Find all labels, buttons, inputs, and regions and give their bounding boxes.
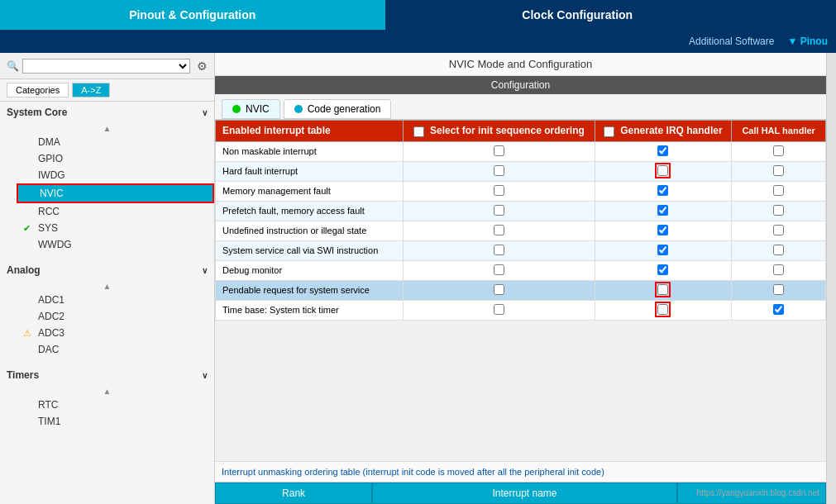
generate-irq-cell[interactable] bbox=[595, 240, 732, 260]
generate-irq-cell[interactable] bbox=[595, 300, 732, 320]
header-extra bbox=[770, 0, 836, 30]
sidebar-group-header-analog[interactable]: Analog ∨ bbox=[0, 259, 214, 281]
call-hal-checkbox[interactable] bbox=[773, 225, 784, 235]
item-label-wwdg: WWDG bbox=[38, 239, 72, 250]
item-label-rcc: RCC bbox=[38, 206, 60, 217]
select-init-checkbox[interactable] bbox=[494, 145, 504, 156]
tab-nvic[interactable]: NVIC bbox=[222, 99, 280, 119]
call-hal-cell[interactable] bbox=[732, 240, 826, 260]
sidebar-item-gpio[interactable]: GPIO bbox=[17, 150, 214, 167]
pinout-link[interactable]: ▼ Pinou bbox=[787, 36, 828, 47]
warning-icon-adc3: ⚠ bbox=[23, 328, 35, 339]
sidebar-group-system-core: System Core ∨ ▲ DMA GPIO bbox=[0, 102, 214, 253]
item-label-adc3: ADC3 bbox=[38, 327, 64, 339]
clock-config-tab[interactable]: Clock Configuration bbox=[385, 0, 771, 30]
call-hal-checkbox[interactable] bbox=[773, 284, 784, 295]
col-header-generate-irq[interactable]: Generate IRQ handler bbox=[595, 121, 732, 142]
select-init-cell[interactable] bbox=[404, 280, 595, 300]
call-hal-checkbox[interactable] bbox=[773, 304, 784, 315]
item-label-dma: DMA bbox=[38, 136, 60, 148]
sidebar-item-dac[interactable]: DAC bbox=[17, 341, 214, 358]
select-init-cell[interactable] bbox=[404, 260, 595, 280]
table-container: Enabled interrupt table Select for init … bbox=[215, 120, 826, 461]
sidebar-item-wwdg[interactable]: WWDG bbox=[17, 236, 214, 253]
select-init-cell[interactable] bbox=[404, 201, 595, 221]
select-init-header-checkbox[interactable] bbox=[413, 126, 424, 137]
select-init-cell[interactable] bbox=[404, 221, 595, 240]
select-init-cell[interactable] bbox=[404, 300, 595, 320]
call-hal-cell[interactable] bbox=[732, 221, 826, 240]
generate-irq-cell[interactable] bbox=[595, 141, 732, 161]
select-init-checkbox[interactable] bbox=[494, 185, 504, 196]
sidebar-item-tim1[interactable]: TIM1 bbox=[17, 413, 214, 430]
generate-irq-checkbox[interactable] bbox=[657, 284, 668, 295]
call-hal-cell[interactable] bbox=[732, 181, 826, 201]
sidebar-item-rtc[interactable]: RTC bbox=[17, 397, 214, 413]
sidebar-group-header-timers[interactable]: Timers ∨ bbox=[0, 364, 214, 386]
sidebar-item-sys[interactable]: ✔ SYS bbox=[17, 220, 214, 236]
call-hal-checkbox[interactable] bbox=[773, 145, 784, 156]
generate-irq-checkbox[interactable] bbox=[657, 145, 668, 156]
item-label-adc1: ADC1 bbox=[38, 294, 64, 306]
sidebar-items-timers: RTC TIM1 bbox=[0, 397, 214, 430]
select-init-checkbox[interactable] bbox=[494, 205, 504, 216]
generate-irq-checkbox[interactable] bbox=[657, 225, 668, 235]
gear-icon[interactable]: ⚙ bbox=[197, 59, 208, 73]
sidebar-item-rcc[interactable]: RCC bbox=[17, 203, 214, 220]
select-init-checkbox[interactable] bbox=[494, 304, 504, 315]
tab-categories[interactable]: Categories bbox=[7, 83, 69, 97]
call-hal-cell[interactable] bbox=[732, 260, 826, 280]
table-row: Time base: System tick timer bbox=[216, 300, 826, 320]
generate-irq-cell[interactable] bbox=[595, 260, 732, 280]
generate-irq-cell[interactable] bbox=[595, 161, 732, 181]
call-hal-checkbox[interactable] bbox=[773, 165, 784, 176]
call-hal-cell[interactable] bbox=[732, 141, 826, 161]
generate-irq-checkbox[interactable] bbox=[657, 185, 668, 196]
call-hal-cell[interactable] bbox=[732, 201, 826, 221]
tab-az[interactable]: A->Z bbox=[72, 83, 110, 97]
generate-irq-checkbox[interactable] bbox=[657, 264, 668, 275]
generate-irq-cell[interactable] bbox=[595, 181, 732, 201]
call-hal-cell[interactable] bbox=[732, 300, 826, 320]
select-init-checkbox[interactable] bbox=[494, 225, 504, 235]
select-init-checkbox[interactable] bbox=[494, 284, 504, 295]
select-init-cell[interactable] bbox=[404, 141, 595, 161]
select-init-cell[interactable] bbox=[404, 181, 595, 201]
sidebar-item-nvic[interactable]: NVIC bbox=[17, 183, 214, 203]
sidebar: 🔍 ⚙ Categories A->Z System Core ∨ ▲ DMA bbox=[0, 53, 215, 504]
sidebar-item-adc1[interactable]: ADC1 bbox=[17, 292, 214, 308]
generate-irq-checkbox[interactable] bbox=[657, 245, 668, 255]
sidebar-items-system-core: DMA GPIO IWDG NVIC bbox=[0, 134, 214, 253]
right-scrollbar[interactable] bbox=[826, 53, 836, 504]
call-hal-checkbox[interactable] bbox=[773, 185, 784, 196]
generate-irq-cell[interactable] bbox=[595, 201, 732, 221]
select-init-cell[interactable] bbox=[404, 161, 595, 181]
generate-irq-cell[interactable] bbox=[595, 221, 732, 240]
call-hal-cell[interactable] bbox=[732, 280, 826, 300]
sidebar-item-adc3[interactable]: ⚠ ADC3 bbox=[17, 325, 214, 341]
select-init-cell[interactable] bbox=[404, 240, 595, 260]
generate-irq-cell[interactable] bbox=[595, 280, 732, 300]
select-init-checkbox[interactable] bbox=[494, 245, 504, 255]
col-header-select-init[interactable]: Select for init sequence ordering bbox=[404, 121, 595, 142]
interrupt-label: Debug monitor bbox=[216, 260, 404, 280]
sidebar-group-header-system-core[interactable]: System Core ∨ bbox=[0, 102, 214, 123]
call-hal-checkbox[interactable] bbox=[773, 245, 784, 255]
generate-irq-checkbox[interactable] bbox=[657, 165, 668, 176]
sidebar-item-dma[interactable]: DMA bbox=[17, 134, 214, 150]
pinout-config-tab[interactable]: Pinout & Configuration bbox=[0, 0, 385, 30]
call-hal-cell[interactable] bbox=[732, 161, 826, 181]
sidebar-item-adc2[interactable]: ADC2 bbox=[17, 308, 214, 325]
generate-irq-checkbox[interactable] bbox=[657, 205, 668, 216]
select-init-checkbox[interactable] bbox=[494, 264, 504, 275]
generate-irq-header-checkbox[interactable] bbox=[604, 126, 614, 137]
tab-code-generation[interactable]: Code generation bbox=[284, 99, 392, 119]
select-init-checkbox[interactable] bbox=[494, 165, 504, 176]
additional-software-link[interactable]: Additional Software bbox=[689, 36, 774, 47]
sidebar-item-iwdg[interactable]: IWDG bbox=[17, 167, 214, 183]
generate-irq-checkbox[interactable] bbox=[657, 304, 668, 315]
search-dropdown[interactable] bbox=[22, 59, 190, 74]
call-hal-checkbox[interactable] bbox=[773, 205, 784, 216]
call-hal-checkbox[interactable] bbox=[773, 264, 784, 275]
interrupt-label: Undefined instruction or illegal state bbox=[216, 221, 404, 240]
